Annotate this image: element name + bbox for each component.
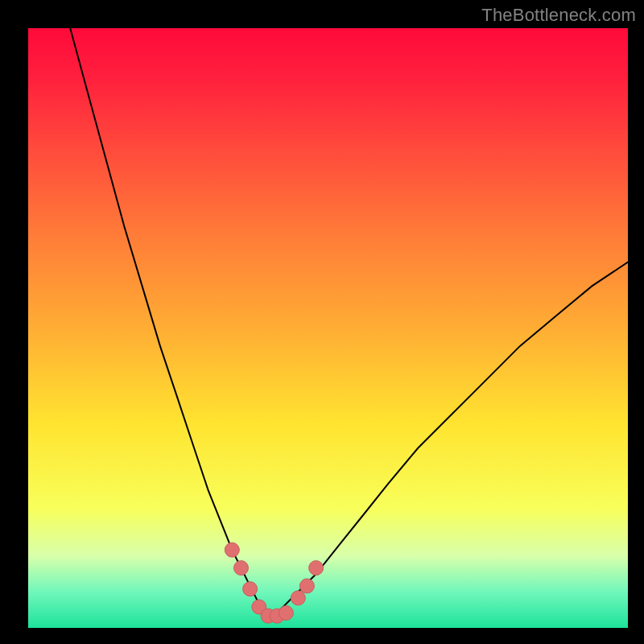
outer-frame: TheBottleneck.com xyxy=(0,0,644,644)
trough-marker xyxy=(279,605,293,620)
curve-left-branch xyxy=(70,28,268,616)
watermark-text: TheBottleneck.com xyxy=(481,5,636,26)
trough-marker xyxy=(225,543,239,557)
trough-marker xyxy=(291,591,305,605)
trough-marker xyxy=(243,582,258,597)
trough-marker xyxy=(234,561,249,576)
curve-right-branch xyxy=(268,262,628,616)
trough-marker xyxy=(309,561,324,576)
plot-area xyxy=(28,28,628,628)
trough-marker xyxy=(299,579,314,593)
bottleneck-curve xyxy=(28,28,628,628)
